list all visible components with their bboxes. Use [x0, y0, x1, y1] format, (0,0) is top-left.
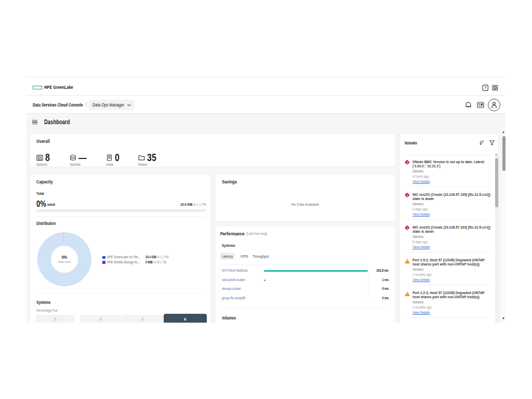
- capacity-legend: HPE GreenLake for File... 10.4 GiB of 1.…: [102, 255, 206, 265]
- issue-item: ! ! Port 1:0:2, Host 57 (12345) Degraded…: [400, 258, 499, 291]
- issue-body: Port 1:0:2, Host 57 (12345) Degraded (ON…: [413, 258, 491, 267]
- critical-icon: !: [405, 160, 410, 165]
- performance-title: Performance (Last hour avg): [220, 231, 250, 236]
- filter-icon[interactable]: [489, 140, 495, 145]
- user-avatar-button[interactable]: [488, 99, 500, 111]
- stat-label: Hosts: [106, 163, 118, 166]
- page-scrollbar[interactable]: [502, 129, 506, 323]
- capacity-bar[interactable]: 0: [122, 315, 163, 323]
- latency-bar: [264, 280, 265, 281]
- capacity-used-of: of 1.1 PiB: [192, 202, 206, 207]
- divider: [405, 155, 491, 155]
- app-selector-dropdown[interactable]: Data Ops Manager: [89, 100, 134, 110]
- issues-scrollbar[interactable]: [495, 153, 498, 323]
- view-details-link[interactable]: View Details: [413, 278, 430, 282]
- chevron-down-icon: [127, 104, 131, 107]
- issue-title: NIC ens2f1 (Cnode (10.226.57.195) [ftc-2…: [413, 193, 491, 201]
- critical-icon: !: [405, 225, 410, 231]
- help-button[interactable]: ?: [482, 85, 488, 91]
- person-icon: [490, 101, 498, 109]
- distribution-label: Distribution: [36, 221, 56, 226]
- savings-empty-text: No Data Available: [230, 202, 381, 207]
- system-link[interactable]: devops-cluster: [222, 287, 241, 290]
- latency-value: 0 ms: [382, 287, 389, 290]
- brand-title: HPE GreenLake: [44, 85, 73, 90]
- console-header: Data Services Cloud Console | Data Ops M…: [26, 96, 506, 114]
- header-separator: |: [86, 101, 87, 107]
- view-details-link[interactable]: View Details: [413, 180, 430, 183]
- app-window: HPE GreenLake ? Data Services Cloud Cons…: [26, 77, 506, 323]
- issues-scrollbar-thumb[interactable]: [495, 158, 498, 207]
- performance-tab[interactable]: IOPS: [239, 252, 250, 260]
- latency-bar: [264, 270, 368, 272]
- view-details-link[interactable]: View Details: [413, 245, 430, 249]
- stat-value-row: —: [70, 153, 89, 162]
- issue-time: 2 months ago: [413, 305, 432, 309]
- capacity-card: Capacity Total 0% used 10.4 GiB of 1.1 P…: [29, 174, 211, 323]
- capacity-usage-row: 0% used 10.4 GiB of 1.1 PiB: [36, 199, 206, 207]
- legend-row: HPE Nimble Storage Al... 0 MiB of 15.1 T…: [102, 260, 206, 265]
- shares-icon: [138, 154, 145, 161]
- issue-category: Generic: [413, 169, 423, 173]
- issue-item: ! ! DNode BMC Version is not up to date.…: [400, 160, 499, 193]
- notifications-bell-button[interactable]: [465, 101, 472, 109]
- capacity-systems-label: Systems: [36, 300, 50, 305]
- sort-descending-icon[interactable]: [479, 140, 484, 145]
- stat-tile: 8 Systems: [36, 153, 51, 166]
- hosts-icon: [106, 154, 113, 161]
- scroll-up-arrow-icon[interactable]: [502, 131, 504, 133]
- stat-tile: 35 Shares: [138, 153, 158, 166]
- performance-row: group-fhc-array55 0 ms: [215, 295, 395, 302]
- capacity-bar[interactable]: 6: [164, 314, 207, 323]
- capacity-bar-value: 0: [80, 317, 122, 321]
- exclamation-mark: !: [405, 292, 410, 295]
- view-details-link[interactable]: View Details: [413, 212, 430, 216]
- system-link[interactable]: SVT-Fleet-TestExec: [222, 269, 248, 272]
- issue-category: Generic: [413, 235, 423, 238]
- warning-icon: !: [405, 258, 410, 263]
- stat-value: 35: [147, 152, 156, 164]
- screen: HPE GreenLake ? Data Services Cloud Cons…: [0, 0, 532, 399]
- issue-category: Generic: [413, 300, 423, 304]
- apps-grid-button[interactable]: [492, 85, 498, 91]
- issue-time: 6 days ago: [413, 240, 428, 244]
- performance-tab[interactable]: Throughput: [251, 252, 270, 260]
- exclamation-mark: !: [405, 225, 410, 231]
- performance-tab[interactable]: Latency: [220, 252, 234, 260]
- console-title: Data Services Cloud Console: [33, 102, 83, 108]
- capacity-donut-chart: 0% Total Used: [37, 232, 91, 286]
- capacity-bar[interactable]: 0: [80, 315, 122, 323]
- overall-title: Overall: [36, 138, 50, 144]
- latency-value: 1 ms: [382, 278, 389, 282]
- issue-item: ! ! NIC ens2f1 (Cnode (10.226.57.195) [f…: [400, 193, 499, 225]
- capacity-bar[interactable]: 0: [36, 315, 75, 323]
- issue-category: Generic: [413, 202, 423, 206]
- view-details-link[interactable]: View Details: [413, 311, 430, 314]
- capacity-total-label: Total: [36, 191, 44, 196]
- system-link[interactable]: group-fhc-array55: [222, 296, 245, 300]
- whats-new-button[interactable]: [477, 102, 484, 108]
- performance-volumes-label: Volumes: [222, 315, 236, 321]
- scroll-up-arrow-icon[interactable]: [495, 154, 497, 155]
- scroll-down-arrow-icon[interactable]: [502, 317, 504, 320]
- issue-category: Generic: [413, 268, 423, 271]
- capacity-used-percent: 0%: [36, 201, 46, 207]
- system-link[interactable]: vast-avnet-cluster: [222, 278, 245, 282]
- page-scrollbar-thumb[interactable]: [502, 136, 506, 171]
- capacity-bar-value: 0: [122, 317, 163, 321]
- performance-systems-label: Systems: [222, 243, 235, 248]
- menu-hamburger-button[interactable]: [32, 120, 37, 124]
- app-selector-label: Data Ops Manager: [92, 102, 124, 108]
- legend-value: 10.4 GiB of 1.1 PiB: [145, 255, 169, 259]
- warning-icon: !: [405, 291, 410, 296]
- donut-center-label: Total Used: [53, 260, 76, 263]
- stat-value-row: 35: [138, 153, 158, 162]
- legend-swatch: [102, 256, 105, 259]
- exclamation-mark: !: [405, 259, 410, 262]
- issues-title: Issues: [405, 140, 417, 145]
- savings-title: Savings: [222, 179, 237, 184]
- divider: [405, 285, 491, 285]
- systems-icon: [36, 154, 43, 161]
- legend-value-bold: 10.4 GiB: [145, 255, 156, 259]
- capacity-bar-value: 0: [36, 317, 75, 321]
